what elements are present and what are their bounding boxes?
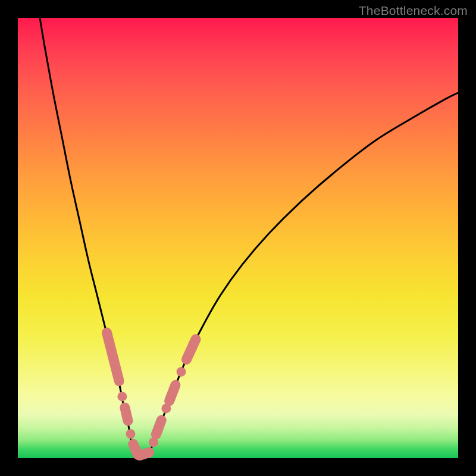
data-point-marker xyxy=(126,429,135,439)
data-point-marker xyxy=(177,367,186,377)
data-point-marker xyxy=(117,392,127,401)
data-range-marker xyxy=(125,408,128,421)
data-range-marker xyxy=(107,333,119,381)
bottleneck-curve xyxy=(18,18,458,458)
outer-frame: TheBottleneck.com xyxy=(0,0,476,476)
plot-area xyxy=(18,18,458,458)
data-range-marker xyxy=(139,452,149,455)
watermark-text: TheBottleneck.com xyxy=(359,4,468,18)
data-range-marker xyxy=(186,339,196,359)
data-range-marker xyxy=(156,420,161,434)
data-range-marker xyxy=(170,385,176,401)
curve-path xyxy=(40,18,458,456)
